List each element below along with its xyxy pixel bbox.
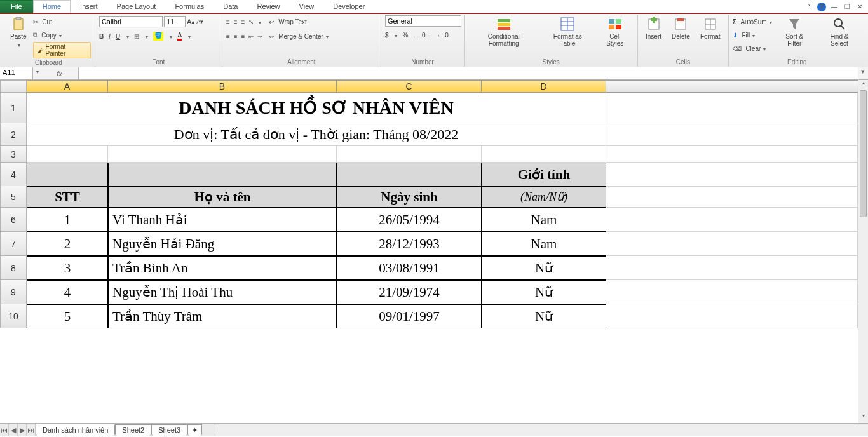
format-cells-button[interactable]: Format: [696, 15, 724, 41]
tab-data[interactable]: Data: [214, 0, 247, 13]
align-top-icon[interactable]: ≡: [226, 18, 230, 25]
row-header-4[interactable]: 4: [0, 163, 27, 187]
cell-gender[interactable]: Nữ: [482, 256, 606, 280]
horizontal-scrollbar[interactable]: [215, 424, 868, 436]
tab-page-layout[interactable]: Page Layout: [107, 0, 166, 13]
sheet-nav-prev-icon[interactable]: ◀: [9, 424, 18, 436]
cell-blank[interactable]: [27, 146, 108, 163]
font-size-select[interactable]: [164, 16, 186, 27]
copy-dropdown-icon[interactable]: [58, 32, 62, 39]
decrease-indent-icon[interactable]: ⇤: [248, 33, 254, 40]
header-gender-sub[interactable]: (Nam/Nữ): [482, 186, 606, 208]
expand-formula-icon[interactable]: ▾: [858, 67, 868, 79]
wrap-text-button[interactable]: ↩ Wrap Text: [269, 15, 328, 28]
cut-button[interactable]: ✂ Cut: [33, 15, 91, 28]
currency-button[interactable]: $: [385, 32, 389, 39]
align-bottom-icon[interactable]: ≡: [241, 18, 245, 25]
find-select-button[interactable]: Find & Select: [817, 15, 862, 48]
scroll-down-icon[interactable]: ▾: [858, 413, 868, 423]
cell-name[interactable]: Nguyễn Thị Hoài Thu: [108, 280, 337, 304]
header-stt[interactable]: [27, 163, 108, 187]
orientation-dropdown-icon[interactable]: [257, 18, 261, 25]
comma-button[interactable]: ,: [413, 32, 415, 39]
underline-dropdown-icon[interactable]: [125, 33, 129, 40]
cell-dob[interactable]: 21/09/1974: [337, 280, 482, 304]
sheet-tab-active[interactable]: Danh sách nhân viên: [36, 424, 115, 436]
close-icon[interactable]: ✕: [855, 3, 864, 11]
minimize-ribbon-icon[interactable]: ˅: [804, 3, 813, 11]
cell-name[interactable]: Trần Bình An: [108, 256, 337, 280]
cell-blank[interactable]: [606, 256, 858, 280]
fill-color-button[interactable]: 🪣: [153, 32, 163, 41]
font-color-button[interactable]: A: [177, 32, 182, 41]
align-left-icon[interactable]: ≡: [226, 33, 230, 40]
copy-button[interactable]: ⧉ Copy: [33, 29, 91, 41]
increase-indent-icon[interactable]: ⇥: [257, 33, 262, 40]
new-sheet-button[interactable]: ✦: [187, 424, 202, 436]
cell-subtitle[interactable]: Đơn vị: Tất cả đơn vị - Thời gian: Tháng…: [27, 123, 606, 146]
cell-blank[interactable]: [606, 123, 858, 146]
currency-dropdown-icon[interactable]: [393, 32, 397, 39]
help-icon[interactable]: ?: [817, 3, 826, 11]
format-as-table-button[interactable]: Format as Table: [541, 15, 593, 48]
sheet-tab-3[interactable]: Sheet3: [151, 424, 187, 436]
orientation-icon[interactable]: ⤡: [248, 18, 254, 25]
increase-decimal-icon[interactable]: .0→: [420, 32, 431, 39]
cell-blank[interactable]: [606, 186, 858, 208]
row-header-10[interactable]: 10: [0, 304, 27, 328]
tab-formulas[interactable]: Formulas: [165, 0, 214, 13]
font-color-dropdown-icon[interactable]: [187, 33, 191, 40]
name-box[interactable]: A11: [0, 67, 33, 79]
cell-styles-button[interactable]: Cell Styles: [597, 15, 634, 48]
conditional-formatting-button[interactable]: Conditional Formatting: [468, 15, 539, 48]
row-header-5[interactable]: 5: [0, 186, 27, 208]
cell-stt[interactable]: 2: [27, 232, 108, 256]
col-header-a[interactable]: A: [27, 80, 108, 93]
row-header-6[interactable]: 6: [0, 208, 27, 232]
merge-dropdown-icon[interactable]: [325, 33, 329, 40]
scrollbar-thumb[interactable]: [860, 90, 867, 217]
insert-cells-button[interactable]: Insert: [642, 15, 665, 41]
cell-dob[interactable]: 26/05/1994: [337, 208, 482, 232]
col-header-c[interactable]: C: [337, 80, 482, 93]
fill-button[interactable]: ⬇ Fill: [733, 29, 772, 41]
cell-stt[interactable]: 1: [27, 208, 108, 232]
grid-body[interactable]: 1 DANH SÁCH HỒ SƠ NHÂN VIÊN 2 Đơn vị: Tấ…: [0, 93, 858, 423]
cell-blank[interactable]: [108, 146, 337, 163]
cell-blank[interactable]: [606, 232, 858, 256]
align-middle-icon[interactable]: ≡: [234, 18, 238, 25]
underline-button[interactable]: U: [116, 33, 120, 40]
sort-filter-button[interactable]: Sort & Filter: [775, 15, 815, 48]
col-header-rest[interactable]: [606, 80, 868, 93]
select-all-corner[interactable]: [0, 80, 27, 93]
cell-title[interactable]: DANH SÁCH HỒ SƠ NHÂN VIÊN: [27, 93, 606, 123]
cell-gender[interactable]: Nam: [482, 208, 606, 232]
header-dob[interactable]: [337, 163, 482, 187]
align-right-icon[interactable]: ≡: [241, 33, 245, 40]
cell-blank[interactable]: [482, 146, 606, 163]
decrease-font-icon[interactable]: A▾: [196, 18, 203, 25]
col-header-b[interactable]: B: [108, 80, 337, 93]
tab-insert[interactable]: Insert: [71, 0, 107, 13]
border-dropdown-icon[interactable]: [144, 33, 148, 40]
sheet-nav-first-icon[interactable]: ⏮: [0, 424, 9, 436]
fx-button[interactable]: fx: [41, 67, 79, 79]
autosum-button[interactable]: Σ AutoSum: [733, 15, 772, 28]
increase-font-icon[interactable]: A▴: [187, 18, 195, 26]
tab-file[interactable]: File: [0, 0, 33, 13]
header-gender[interactable]: Giới tính: [482, 163, 606, 187]
autosum-dropdown-icon[interactable]: [768, 18, 772, 25]
cell-blank[interactable]: [606, 93, 858, 123]
bold-button[interactable]: B: [99, 33, 104, 40]
header-name[interactable]: [108, 163, 337, 187]
row-header-2[interactable]: 2: [0, 123, 27, 146]
sheet-nav-last-icon[interactable]: ⏭: [27, 424, 36, 436]
decrease-decimal-icon[interactable]: ←.0: [437, 32, 448, 39]
cell-dob[interactable]: 28/12/1993: [337, 232, 482, 256]
paste-dropdown-icon[interactable]: [17, 41, 20, 48]
cell-gender[interactable]: Nữ: [482, 280, 606, 304]
vertical-scrollbar[interactable]: ▴ ▾: [858, 80, 868, 423]
scroll-up-icon[interactable]: ▴: [858, 80, 868, 90]
font-name-select[interactable]: [99, 16, 163, 27]
tab-view[interactable]: View: [290, 0, 324, 13]
